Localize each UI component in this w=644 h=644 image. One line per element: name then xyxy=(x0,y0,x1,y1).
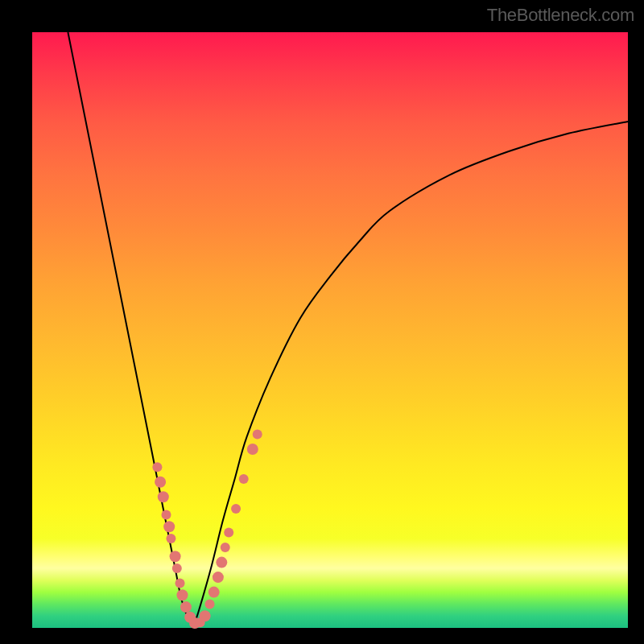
data-marker xyxy=(162,510,171,519)
data-marker xyxy=(152,462,162,472)
data-marker xyxy=(253,430,262,440)
data-marker xyxy=(163,521,175,532)
right-branch xyxy=(193,122,628,628)
data-marker xyxy=(205,599,215,609)
data-marker xyxy=(180,601,192,613)
data-marker xyxy=(170,551,181,562)
data-marker xyxy=(158,491,169,502)
data-marker xyxy=(239,474,249,484)
watermark-text: TheBottleneck.com xyxy=(487,5,634,26)
data-marker xyxy=(175,579,185,588)
data-marker xyxy=(213,572,224,583)
data-marker xyxy=(224,528,233,538)
data-marker xyxy=(231,504,241,514)
marker-group xyxy=(152,430,262,630)
data-marker xyxy=(155,477,166,488)
data-marker xyxy=(176,589,188,601)
curve-layer xyxy=(32,32,628,628)
data-marker xyxy=(216,557,227,568)
data-marker xyxy=(200,610,211,621)
data-marker xyxy=(247,444,258,455)
chart-frame: TheBottleneck.com xyxy=(0,0,644,644)
plot-area xyxy=(32,32,628,628)
data-marker xyxy=(221,543,230,552)
data-marker xyxy=(172,564,182,573)
data-marker xyxy=(208,587,220,598)
data-marker xyxy=(166,534,175,543)
